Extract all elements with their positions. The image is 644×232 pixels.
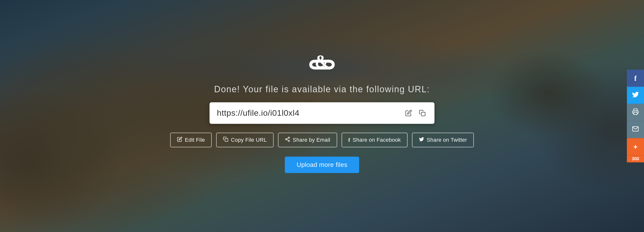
svg-text:&: & xyxy=(315,52,329,71)
edit-file-icon xyxy=(177,137,182,143)
sidebar-share-count: 300 xyxy=(627,155,644,162)
copy-file-icon xyxy=(223,137,228,143)
sidebar-email-button[interactable] xyxy=(627,121,644,138)
sidebar-twitter-button[interactable] xyxy=(627,87,644,104)
action-buttons: Edit File Copy File URL S xyxy=(170,133,474,147)
file-url: https://ufile.io/i01l0xl4 xyxy=(217,108,404,118)
edit-file-button[interactable]: Edit File xyxy=(170,133,212,147)
share-twitter-label: Share on Twitter xyxy=(427,137,467,143)
svg-rect-11 xyxy=(634,112,637,114)
share-facebook-button[interactable]: f Share on Facebook xyxy=(342,133,408,147)
main-content: & Done! Your file is available via the f… xyxy=(0,0,644,232)
svg-line-10 xyxy=(287,138,288,139)
share-twitter-button[interactable]: Share on Twitter xyxy=(412,133,474,147)
share-email-icon xyxy=(285,137,290,143)
copy-file-url-button[interactable]: Copy File URL xyxy=(216,133,274,147)
svg-rect-4 xyxy=(422,112,425,116)
edit-file-label: Edit File xyxy=(185,137,205,143)
upload-more-label: Upload more files xyxy=(296,161,347,168)
sidebar-facebook-button[interactable]: f xyxy=(627,70,644,87)
twitter-icon xyxy=(419,137,424,143)
copy-file-label: Copy File URL xyxy=(231,137,267,143)
upload-more-button[interactable]: Upload more files xyxy=(285,157,359,173)
url-box: https://ufile.io/i01l0xl4 xyxy=(210,102,434,124)
share-email-button[interactable]: Share by Email xyxy=(278,133,337,147)
side-social-bar: f + 300 xyxy=(627,70,644,162)
logo: & xyxy=(307,52,337,77)
sidebar-twitter-icon xyxy=(632,91,639,100)
facebook-icon: f xyxy=(348,137,350,143)
share-facebook-label: Share on Facebook xyxy=(352,137,401,143)
url-actions xyxy=(404,108,427,118)
edit-url-button[interactable] xyxy=(404,108,414,118)
sidebar-email-icon xyxy=(632,125,639,134)
svg-line-9 xyxy=(287,139,288,140)
copy-url-button[interactable] xyxy=(417,108,427,118)
sidebar-facebook-icon: f xyxy=(634,74,637,83)
headline: Done! Your file is available via the fol… xyxy=(214,84,430,94)
share-email-label: Share by Email xyxy=(293,137,330,143)
sidebar-addthis-button[interactable]: + xyxy=(627,138,644,155)
sidebar-print-button[interactable] xyxy=(627,104,644,121)
sidebar-print-icon xyxy=(632,108,639,117)
svg-rect-5 xyxy=(225,138,228,141)
sidebar-addthis-icon: + xyxy=(633,143,638,151)
